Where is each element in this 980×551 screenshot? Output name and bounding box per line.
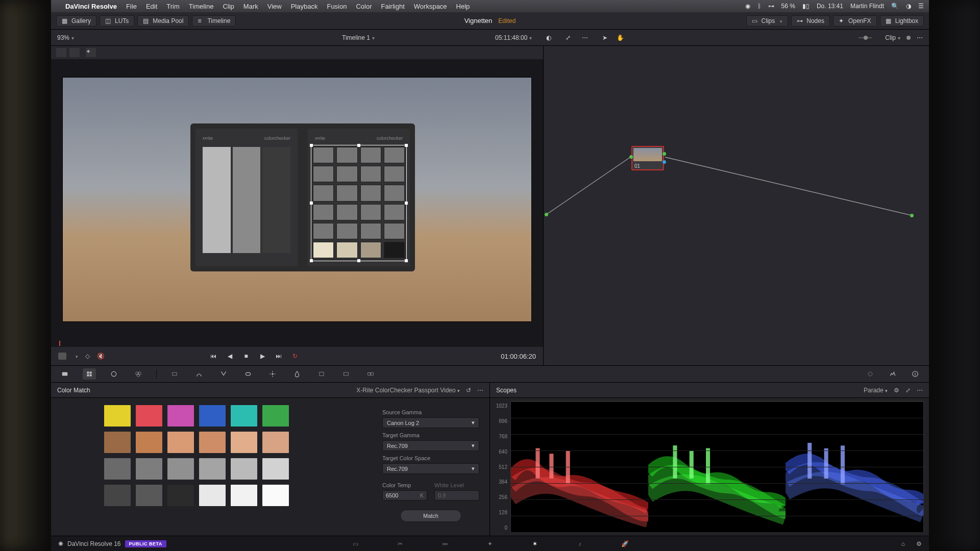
- expand-icon[interactable]: ⤢: [566, 34, 571, 41]
- timeline-button[interactable]: ≡Timeline: [192, 15, 236, 27]
- target-gamma-select[interactable]: Rec.709▾: [382, 440, 479, 451]
- nodes-button[interactable]: ⊶Nodes: [791, 15, 830, 27]
- play-icon[interactable]: ▶: [258, 352, 267, 361]
- menu-file[interactable]: File: [126, 3, 137, 10]
- chart-selector[interactable]: X-Rite ColorChecker Passport Video ▾: [356, 387, 460, 394]
- node-output-dot[interactable]: [663, 152, 666, 156]
- project-settings-icon[interactable]: ⚙: [916, 540, 922, 547]
- scope-expand-icon[interactable]: ⤢: [905, 387, 911, 394]
- scope-settings-icon[interactable]: ⚙: [894, 387, 899, 394]
- viewer-options-icon[interactable]: ⋯: [582, 34, 588, 41]
- source-timecode[interactable]: 05:11:48:00▾: [495, 34, 532, 41]
- gallery-button[interactable]: ▦Gallery: [56, 15, 96, 27]
- viewer-scrubber[interactable]: [51, 340, 543, 347]
- siri-icon[interactable]: ◑: [906, 3, 911, 10]
- openfx-button[interactable]: ✦OpenFX: [833, 15, 877, 27]
- mute-icon[interactable]: 🔇: [97, 353, 105, 360]
- menu-timeline[interactable]: Timeline: [189, 3, 214, 10]
- menu-trim[interactable]: Trim: [166, 3, 180, 10]
- stop-icon[interactable]: ■: [241, 352, 251, 361]
- blur-icon[interactable]: [290, 368, 304, 380]
- fairlight-page-icon[interactable]: ♪: [575, 539, 584, 548]
- menu-playback[interactable]: Playback: [291, 3, 318, 10]
- node-toggle-dot[interactable]: [906, 36, 911, 40]
- info-icon[interactable]: [909, 368, 922, 380]
- camera-raw-icon[interactable]: [58, 368, 71, 380]
- graph-output-dot[interactable]: [910, 214, 914, 217]
- menu-mark[interactable]: Mark: [243, 3, 258, 10]
- node-alpha-dot[interactable]: [663, 160, 666, 164]
- viewer-imagewipe-icon[interactable]: ✦: [86, 48, 96, 57]
- viewer-window-icon[interactable]: [69, 48, 80, 57]
- screen-record-icon[interactable]: ◉: [745, 3, 750, 10]
- match-button[interactable]: Match: [400, 510, 461, 522]
- stereo-icon[interactable]: [364, 368, 377, 380]
- step-back-icon[interactable]: ◀: [225, 352, 234, 361]
- white-level-input[interactable]: 0.9: [434, 490, 479, 500]
- media-page-icon[interactable]: ▭: [351, 539, 360, 548]
- menu-clip[interactable]: Clip: [223, 3, 234, 10]
- node-options-icon[interactable]: ⋯: [917, 34, 923, 41]
- edit-page-icon[interactable]: ≔: [440, 539, 450, 548]
- menu-help[interactable]: Help: [456, 3, 470, 10]
- menu-workspace[interactable]: Workspace: [414, 3, 447, 10]
- rgb-mixer-icon[interactable]: [132, 368, 145, 380]
- graph-input-dot[interactable]: [545, 213, 548, 216]
- cut-page-icon[interactable]: ✂: [396, 539, 405, 548]
- user-name[interactable]: Martin Flindt: [850, 3, 884, 10]
- bypass-icon[interactable]: ◇: [85, 353, 90, 360]
- tracking-icon[interactable]: [266, 368, 279, 380]
- reset-icon[interactable]: ↺: [466, 387, 471, 394]
- target-colorspace-select[interactable]: Rec.709▾: [382, 463, 479, 474]
- viewer-qualifier-icon[interactable]: [56, 48, 66, 57]
- clip-mode[interactable]: Clip▾: [885, 34, 900, 41]
- home-icon[interactable]: ⌂: [901, 540, 905, 547]
- curves-icon[interactable]: [192, 368, 206, 380]
- mediapool-button[interactable]: ▤Media Pool: [137, 15, 189, 27]
- clips-button[interactable]: ▭Clips: [746, 15, 789, 27]
- node-01[interactable]: 01: [631, 146, 664, 170]
- app-name[interactable]: DaVinci Resolve: [65, 3, 117, 10]
- qualifier-icon[interactable]: [217, 368, 230, 380]
- scope-mode-select[interactable]: Parade ▾: [864, 387, 888, 394]
- goto-first-icon[interactable]: ⏮: [209, 352, 218, 361]
- split-view-menu[interactable]: [74, 353, 78, 360]
- spotlight-icon[interactable]: 🔍: [891, 3, 899, 10]
- clock[interactable]: Do. 13:41: [817, 3, 843, 10]
- record-timecode[interactable]: 01:00:06:20: [501, 353, 536, 360]
- deliver-page-icon[interactable]: 🚀: [620, 539, 629, 548]
- node-input-dot[interactable]: [629, 155, 633, 159]
- menu-fairlight[interactable]: Fairlight: [381, 3, 405, 10]
- goto-last-icon[interactable]: ⏭: [274, 352, 283, 361]
- scope-options-icon[interactable]: ⋯: [917, 387, 923, 394]
- viewer[interactable]: x•ritecolorchecker x•ritecolorchecker: [51, 59, 543, 340]
- loop-icon[interactable]: ↻: [290, 352, 300, 361]
- bluetooth-icon[interactable]: ᛒ: [757, 3, 761, 10]
- keyframes-icon[interactable]: [864, 368, 877, 380]
- window-icon[interactable]: [241, 368, 255, 380]
- menu-fusion[interactable]: Fusion: [327, 3, 347, 10]
- motion-effects-icon[interactable]: [168, 368, 181, 380]
- color-wheels-icon[interactable]: [107, 368, 120, 380]
- fusion-page-icon[interactable]: ✦: [485, 539, 495, 548]
- menu-edit[interactable]: Edit: [146, 3, 157, 10]
- key-icon[interactable]: [315, 368, 328, 380]
- split-view-icon[interactable]: [58, 353, 66, 360]
- panel-options-icon[interactable]: ⋯: [477, 387, 483, 394]
- viewer-zoom[interactable]: 93%▾: [57, 34, 88, 41]
- lightbox-button[interactable]: ▦Lightbox: [880, 15, 924, 27]
- menu-color[interactable]: Color: [356, 3, 372, 10]
- pointer-tool-icon[interactable]: ➤: [602, 34, 607, 41]
- color-match-icon[interactable]: [83, 368, 96, 380]
- menu-view[interactable]: View: [267, 3, 282, 10]
- scopes-icon[interactable]: [886, 368, 899, 380]
- highlight-icon[interactable]: ◐: [546, 34, 551, 41]
- hand-tool-icon[interactable]: ✋: [617, 34, 624, 41]
- wifi-icon[interactable]: ⊶: [768, 3, 774, 10]
- color-page-icon[interactable]: ✶: [530, 539, 540, 548]
- notifications-icon[interactable]: ☰: [918, 3, 924, 10]
- source-gamma-select[interactable]: Canon Log 2▾: [382, 417, 479, 428]
- node-graph[interactable]: 01: [544, 46, 929, 365]
- timeline-name[interactable]: Timeline 1▾: [342, 34, 375, 41]
- node-zoom-slider[interactable]: [859, 37, 879, 38]
